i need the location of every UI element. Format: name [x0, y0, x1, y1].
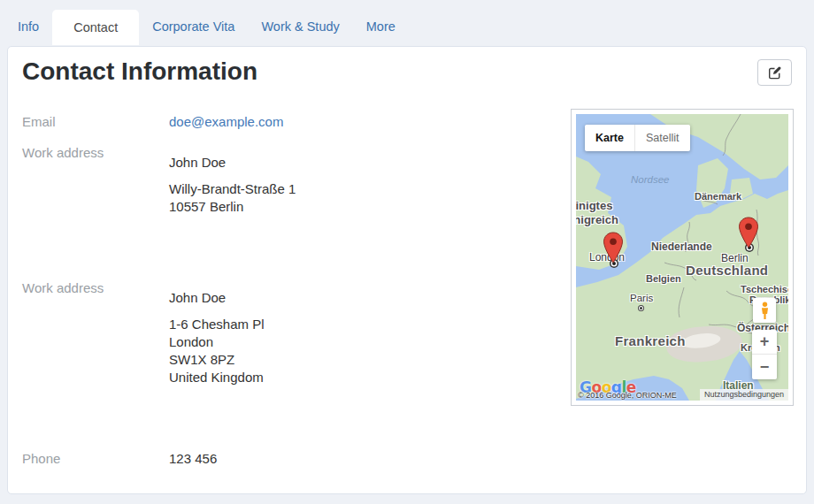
map-frame: Nordsee Dänemark Vereinigtes Königreich …	[571, 109, 794, 406]
map-type-satellit-button[interactable]: Satellit	[635, 125, 690, 151]
email-link[interactable]: doe@example.com	[169, 114, 283, 129]
map-label-paris: Paris	[630, 293, 653, 303]
map-label-uk-line2: Königreich	[576, 213, 618, 226]
zoom-in-button[interactable]: +	[752, 330, 777, 355]
marker-pin-berlin[interactable]	[738, 217, 759, 248]
work-address-2-value: John Doe 1-6 Chesham Pl London SW1X 8PZ …	[169, 289, 265, 386]
contact-name: John Doe	[169, 154, 296, 172]
zoom-out-button[interactable]: −	[752, 355, 777, 379]
map-label-deutschland: Deutschland	[686, 263, 768, 278]
work-address-1-label: Work address	[22, 145, 164, 160]
edit-icon	[768, 66, 781, 80]
email-label: Email	[22, 114, 164, 129]
phone-value: 123 456	[169, 451, 217, 466]
phone-label: Phone	[22, 451, 164, 466]
paris-city-dot	[640, 307, 642, 309]
address-line: United Kingdom	[169, 369, 265, 386]
pegman-button[interactable]	[753, 298, 776, 323]
map-label-daenemark: Dänemark	[695, 191, 741, 202]
zoom-control: + −	[752, 330, 777, 379]
address-line: Willy-Brandt-Straße 1	[169, 180, 296, 198]
address-line: 1-6 Chesham Pl	[169, 316, 265, 333]
map-canvas[interactable]: Nordsee Dänemark Vereinigtes Königreich …	[576, 114, 788, 401]
pegman-icon	[759, 302, 771, 320]
map-label-uk-line1: Vereinigtes	[576, 199, 612, 212]
edit-button[interactable]	[757, 59, 792, 86]
map-label-niederlande: Niederlande	[651, 241, 712, 253]
map-attribution: © 2016 Google, ORION-ME Nutzungsbedingun…	[576, 389, 788, 401]
map-label-frankreich: Frankreich	[615, 333, 686, 348]
tab-contact[interactable]: Contact	[52, 10, 139, 45]
map-type-control: Karte Satellit	[585, 125, 690, 151]
work-address-1-value: John Doe Willy-Brandt-Straße 1 10557 Ber…	[169, 154, 296, 216]
map-type-karte-button[interactable]: Karte	[585, 125, 635, 151]
tab-corporate-vita[interactable]: Corporate Vita	[139, 9, 248, 44]
map-label-nordsee: Nordsee	[631, 174, 669, 185]
page-title: Contact Information	[22, 57, 257, 86]
marker-pin-london[interactable]	[603, 232, 624, 263]
address-line: London	[169, 333, 265, 351]
work-address-2-label: Work address	[22, 280, 164, 295]
tab-more[interactable]: More	[353, 9, 409, 44]
tab-work-study[interactable]: Work & Study	[248, 9, 352, 44]
copyright-text: © 2016 Google, ORION-ME	[576, 391, 677, 400]
map-label-belgien: Belgien	[646, 273, 681, 284]
map-label-tschechische: Tschechische	[741, 284, 788, 294]
contact-card: Contact Information Email doe@example.co…	[7, 46, 807, 494]
address-line: SW1X 8PZ	[169, 351, 265, 369]
address-line: 10557 Berlin	[169, 198, 296, 216]
tab-bar: Info Contact Corporate Vita Work & Study…	[0, 0, 814, 44]
terms-link[interactable]: Nutzungsbedingungen	[700, 389, 788, 401]
contact-name: John Doe	[169, 289, 265, 307]
tab-info[interactable]: Info	[18, 9, 52, 44]
